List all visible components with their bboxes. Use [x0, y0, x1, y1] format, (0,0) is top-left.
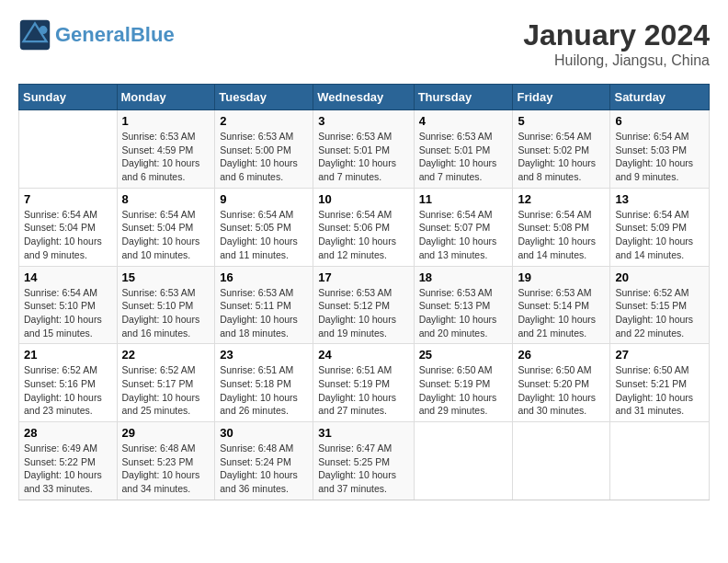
day-number: 24 [318, 348, 408, 362]
calendar-cell: 21Sunrise: 6:52 AM Sunset: 5:16 PM Dayli… [19, 344, 118, 422]
day-info: Sunrise: 6:54 AM Sunset: 5:03 PM Dayligh… [615, 130, 704, 184]
calendar-cell [19, 110, 118, 189]
day-info: Sunrise: 6:48 AM Sunset: 5:23 PM Dayligh… [122, 442, 210, 496]
day-info: Sunrise: 6:54 AM Sunset: 5:07 PM Dayligh… [419, 208, 508, 262]
week-row-2: 7Sunrise: 6:54 AM Sunset: 5:04 PM Daylig… [19, 188, 710, 266]
day-info: Sunrise: 6:54 AM Sunset: 5:09 PM Dayligh… [615, 208, 704, 262]
day-info: Sunrise: 6:54 AM Sunset: 5:08 PM Dayligh… [518, 208, 605, 262]
location: Huilong, Jiangsu, China [523, 52, 710, 69]
day-info: Sunrise: 6:47 AM Sunset: 5:25 PM Dayligh… [318, 442, 408, 496]
weekday-header-friday: Friday [513, 85, 610, 110]
day-info: Sunrise: 6:54 AM Sunset: 5:10 PM Dayligh… [24, 286, 112, 340]
calendar-cell: 10Sunrise: 6:54 AM Sunset: 5:06 PM Dayli… [313, 188, 414, 266]
weekday-header-thursday: Thursday [414, 85, 513, 110]
title-block: January 2024 Huilong, Jiangsu, China [523, 18, 710, 69]
day-number: 12 [518, 192, 605, 206]
calendar-cell: 27Sunrise: 6:50 AM Sunset: 5:21 PM Dayli… [610, 344, 710, 422]
day-info: Sunrise: 6:54 AM Sunset: 5:05 PM Dayligh… [220, 208, 308, 262]
day-info: Sunrise: 6:51 AM Sunset: 5:19 PM Dayligh… [318, 363, 408, 418]
day-number: 21 [24, 348, 112, 362]
day-info: Sunrise: 6:53 AM Sunset: 5:14 PM Dayligh… [518, 286, 605, 340]
day-number: 13 [615, 192, 704, 206]
day-info: Sunrise: 6:51 AM Sunset: 5:18 PM Dayligh… [220, 363, 308, 418]
day-info: Sunrise: 6:53 AM Sunset: 5:10 PM Dayligh… [122, 286, 210, 340]
day-info: Sunrise: 6:54 AM Sunset: 5:04 PM Dayligh… [24, 208, 112, 262]
day-number: 29 [122, 426, 210, 440]
day-number: 6 [615, 114, 704, 128]
day-info: Sunrise: 6:54 AM Sunset: 5:04 PM Dayligh… [122, 208, 210, 262]
day-info: Sunrise: 6:49 AM Sunset: 5:22 PM Dayligh… [24, 442, 112, 496]
weekday-header-tuesday: Tuesday [215, 85, 313, 110]
day-number: 19 [518, 270, 605, 284]
day-number: 25 [419, 348, 508, 362]
day-number: 31 [318, 426, 408, 440]
calendar-cell: 29Sunrise: 6:48 AM Sunset: 5:23 PM Dayli… [117, 422, 215, 500]
day-number: 3 [318, 114, 408, 128]
day-number: 22 [122, 348, 210, 362]
calendar-cell: 30Sunrise: 6:48 AM Sunset: 5:24 PM Dayli… [215, 422, 313, 500]
calendar-cell: 11Sunrise: 6:54 AM Sunset: 5:07 PM Dayli… [414, 188, 513, 266]
day-number: 30 [220, 426, 308, 440]
week-row-4: 21Sunrise: 6:52 AM Sunset: 5:16 PM Dayli… [19, 344, 710, 422]
day-number: 28 [24, 426, 112, 440]
day-info: Sunrise: 6:53 AM Sunset: 5:12 PM Dayligh… [318, 286, 408, 340]
day-info: Sunrise: 6:50 AM Sunset: 5:19 PM Dayligh… [419, 363, 508, 418]
day-number: 15 [122, 270, 210, 284]
calendar-cell [610, 422, 710, 500]
calendar-cell: 9Sunrise: 6:54 AM Sunset: 5:05 PM Daylig… [215, 188, 313, 266]
calendar-cell [414, 422, 513, 500]
month-title: January 2024 [523, 18, 710, 52]
day-number: 2 [220, 114, 308, 128]
svg-point-2 [40, 26, 48, 34]
day-info: Sunrise: 6:53 AM Sunset: 5:13 PM Dayligh… [419, 286, 508, 340]
calendar-cell: 5Sunrise: 6:54 AM Sunset: 5:02 PM Daylig… [513, 110, 610, 189]
day-number: 18 [419, 270, 508, 284]
week-row-5: 28Sunrise: 6:49 AM Sunset: 5:22 PM Dayli… [19, 422, 710, 500]
calendar-cell: 19Sunrise: 6:53 AM Sunset: 5:14 PM Dayli… [513, 266, 610, 344]
page-header: GeneralBlue January 2024 Huilong, Jiangs… [18, 18, 710, 69]
day-info: Sunrise: 6:52 AM Sunset: 5:16 PM Dayligh… [24, 363, 112, 418]
calendar-cell: 4Sunrise: 6:53 AM Sunset: 5:01 PM Daylig… [414, 110, 513, 189]
calendar-cell: 3Sunrise: 6:53 AM Sunset: 5:01 PM Daylig… [313, 110, 414, 189]
weekday-header-monday: Monday [117, 85, 215, 110]
day-number: 17 [318, 270, 408, 284]
day-number: 8 [122, 192, 210, 206]
day-info: Sunrise: 6:50 AM Sunset: 5:21 PM Dayligh… [615, 363, 704, 418]
day-info: Sunrise: 6:48 AM Sunset: 5:24 PM Dayligh… [220, 442, 308, 496]
calendar-cell: 2Sunrise: 6:53 AM Sunset: 5:00 PM Daylig… [215, 110, 313, 189]
day-number: 14 [24, 270, 112, 284]
calendar-cell [513, 422, 610, 500]
day-info: Sunrise: 6:53 AM Sunset: 5:01 PM Dayligh… [318, 130, 408, 184]
weekday-header-wednesday: Wednesday [313, 85, 414, 110]
calendar-cell: 18Sunrise: 6:53 AM Sunset: 5:13 PM Dayli… [414, 266, 513, 344]
day-number: 27 [615, 348, 704, 362]
day-info: Sunrise: 6:50 AM Sunset: 5:20 PM Dayligh… [518, 363, 605, 418]
day-info: Sunrise: 6:52 AM Sunset: 5:17 PM Dayligh… [122, 363, 210, 418]
day-number: 20 [615, 270, 704, 284]
day-info: Sunrise: 6:54 AM Sunset: 5:06 PM Dayligh… [318, 208, 408, 262]
weekday-header-row: SundayMondayTuesdayWednesdayThursdayFrid… [19, 85, 710, 110]
day-number: 16 [220, 270, 308, 284]
calendar-cell: 12Sunrise: 6:54 AM Sunset: 5:08 PM Dayli… [513, 188, 610, 266]
day-number: 11 [419, 192, 508, 206]
calendar-cell: 24Sunrise: 6:51 AM Sunset: 5:19 PM Dayli… [313, 344, 414, 422]
week-row-1: 1Sunrise: 6:53 AM Sunset: 4:59 PM Daylig… [19, 110, 710, 189]
calendar-cell: 15Sunrise: 6:53 AM Sunset: 5:10 PM Dayli… [117, 266, 215, 344]
day-number: 10 [318, 192, 408, 206]
calendar-cell: 6Sunrise: 6:54 AM Sunset: 5:03 PM Daylig… [610, 110, 710, 189]
calendar-cell: 8Sunrise: 6:54 AM Sunset: 5:04 PM Daylig… [117, 188, 215, 266]
weekday-header-sunday: Sunday [19, 85, 118, 110]
day-info: Sunrise: 6:53 AM Sunset: 4:59 PM Dayligh… [122, 130, 210, 184]
calendar-cell: 20Sunrise: 6:52 AM Sunset: 5:15 PM Dayli… [610, 266, 710, 344]
calendar-cell: 26Sunrise: 6:50 AM Sunset: 5:20 PM Dayli… [513, 344, 610, 422]
calendar-cell: 31Sunrise: 6:47 AM Sunset: 5:25 PM Dayli… [313, 422, 414, 500]
logo-line1: General [55, 23, 131, 46]
weekday-header-saturday: Saturday [610, 85, 710, 110]
calendar-cell: 7Sunrise: 6:54 AM Sunset: 5:04 PM Daylig… [19, 188, 118, 266]
logo-text: GeneralBlue [55, 24, 175, 46]
calendar-cell: 22Sunrise: 6:52 AM Sunset: 5:17 PM Dayli… [117, 344, 215, 422]
week-row-3: 14Sunrise: 6:54 AM Sunset: 5:10 PM Dayli… [19, 266, 710, 344]
day-number: 4 [419, 114, 508, 128]
day-number: 1 [122, 114, 210, 128]
logo: GeneralBlue [18, 18, 175, 52]
